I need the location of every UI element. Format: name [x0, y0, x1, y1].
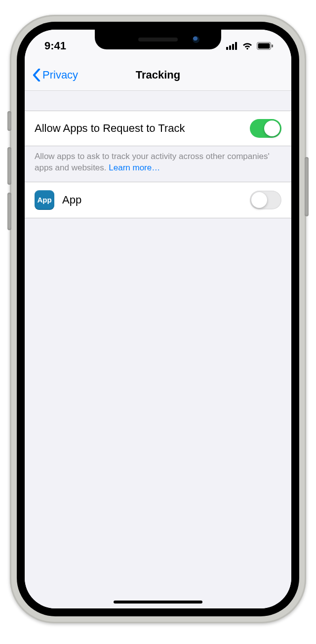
- volume-up-button[interactable]: [7, 147, 11, 185]
- svg-rect-7: [272, 44, 273, 47]
- svg-rect-6: [258, 43, 270, 49]
- svg-rect-3: [235, 42, 237, 50]
- row-allow-apps-to-request: Allow Apps to Request to Track: [25, 111, 291, 146]
- side-button[interactable]: [305, 157, 309, 216]
- row-app-tracking: App App: [25, 182, 291, 218]
- battery-icon: [257, 42, 274, 50]
- ringer-switch[interactable]: [7, 111, 11, 131]
- earpiece-speaker: [138, 38, 178, 41]
- toggle-app-tracking[interactable]: [250, 191, 281, 209]
- svg-rect-0: [226, 47, 228, 50]
- toggle-allow-apps-to-request[interactable]: [250, 119, 281, 138]
- phone-bezel: 9:41: [17, 22, 299, 616]
- cellular-signal-icon: [226, 42, 238, 50]
- svg-rect-1: [229, 45, 231, 50]
- screen: 9:41: [25, 30, 291, 608]
- status-time: 9:41: [44, 40, 66, 52]
- svg-rect-2: [232, 44, 234, 50]
- back-button-label: Privacy: [42, 69, 78, 81]
- volume-down-button[interactable]: [7, 193, 11, 230]
- front-camera: [193, 36, 199, 43]
- navigation-bar: Privacy Tracking: [25, 59, 291, 91]
- app-icon: App: [35, 190, 54, 210]
- notch: [95, 30, 221, 49]
- row-label: Allow Apps to Request to Track: [35, 122, 250, 135]
- toggle-knob: [251, 192, 267, 208]
- svg-point-4: [246, 48, 248, 50]
- row-app-label: App: [62, 194, 250, 206]
- phone-frame: 9:41: [10, 15, 306, 623]
- section-footer-text: Allow apps to ask to track your activity…: [25, 146, 291, 174]
- toggle-knob: [264, 121, 280, 136]
- content-area: Allow Apps to Request to Track Allow app…: [25, 91, 291, 608]
- wifi-icon: [242, 42, 253, 50]
- home-indicator[interactable]: [114, 601, 202, 604]
- learn-more-link[interactable]: Learn more…: [109, 163, 160, 172]
- back-button[interactable]: Privacy: [25, 69, 78, 81]
- chevron-left-icon: [33, 69, 40, 81]
